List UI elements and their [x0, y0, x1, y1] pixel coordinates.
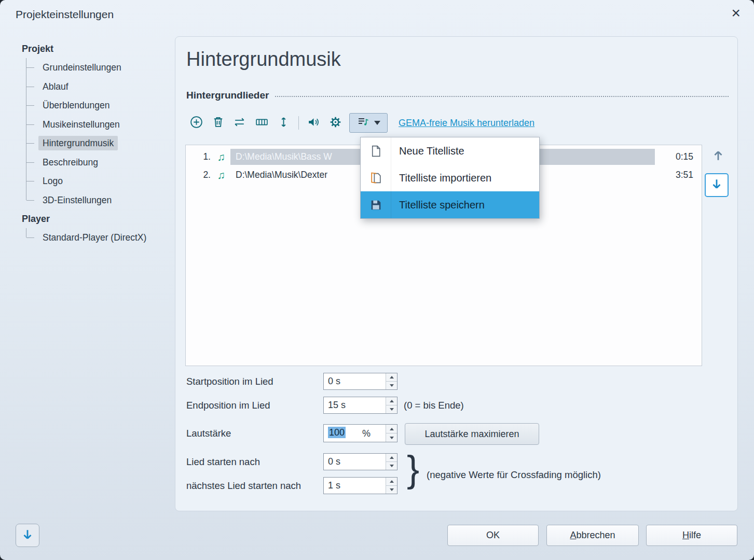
- sidebar-item-3d-einstellungen[interactable]: 3D-Einstellungen: [26, 191, 175, 210]
- lied-starten-label: Lied starten nach: [186, 456, 323, 468]
- gear-icon: [328, 115, 342, 131]
- volume-unit: %: [362, 428, 371, 439]
- nav-section-player: Player: [22, 209, 175, 228]
- help-button[interactable]: Hilfe: [646, 525, 737, 546]
- naechstes-lied-stepper[interactable]: 1 s: [323, 477, 397, 494]
- song-duration: 0:15: [661, 151, 693, 162]
- form-row-lautstaerke: Lautstärke 100 %: [186, 424, 397, 442]
- project-settings-dialog: Projekteinstellungen × Projekt Grundeins…: [0, 0, 754, 560]
- spin-up-button[interactable]: [386, 454, 397, 462]
- keyboard-icon: [255, 115, 269, 131]
- settings-button[interactable]: [326, 114, 345, 132]
- spin-down-button[interactable]: [386, 462, 397, 470]
- settings-nav: Projekt Grundeinstellungen Ablauf Überbl…: [22, 39, 175, 247]
- lied-starten-stepper[interactable]: 0 s: [323, 453, 397, 470]
- trash-icon: [211, 115, 225, 131]
- menu-item-titelliste-speichern[interactable]: Titelliste speichern: [361, 191, 539, 218]
- titlelist-dropdown-menu: Neue Titelliste Titelliste importieren T…: [360, 137, 540, 219]
- move-up-button[interactable]: [707, 146, 730, 167]
- main-panel: Hintergrundmusik Hintergrundlieder: [175, 36, 738, 511]
- page-title: Hintergrundmusik: [186, 48, 341, 71]
- spin-down-button[interactable]: [386, 486, 397, 494]
- music-note-icon: ♫: [213, 151, 229, 163]
- cancel-button[interactable]: Abbrechen: [546, 525, 639, 546]
- playlist-toolbar: GEMA-freie Musik herunterladen: [187, 113, 534, 133]
- sidebar-item-grundeinstellungen[interactable]: Grundeinstellungen: [26, 58, 175, 77]
- caret-down-icon: [374, 121, 380, 125]
- spin-down-button[interactable]: [386, 405, 397, 413]
- songs-section-label: Hintergrundlieder: [186, 90, 269, 101]
- endposition-stepper[interactable]: 15 s: [323, 397, 397, 414]
- nav-tree-player: Standard-Player (DirectX): [26, 228, 175, 247]
- sidebar-item-hintergrundmusik[interactable]: Hintergrundmusik: [26, 134, 175, 153]
- spin-up-button[interactable]: [386, 373, 397, 382]
- dialog-title: Projekteinstellungen: [16, 8, 114, 21]
- spin-up-button[interactable]: [386, 478, 397, 486]
- selected-volume-value: 100: [328, 427, 346, 438]
- arrow-down-icon: [21, 528, 34, 543]
- volume-button[interactable]: [305, 114, 323, 132]
- sidebar-item-musikeinstellungen[interactable]: Musikeinstellungen: [26, 115, 175, 134]
- spin-down-button[interactable]: [386, 433, 397, 442]
- add-icon: [189, 115, 203, 131]
- dotted-divider: [275, 96, 729, 97]
- spin-up-button[interactable]: [386, 397, 397, 405]
- form-row-naechstes-lied: nächstes Lied starten nach 1 s: [186, 477, 397, 494]
- keyboard-button[interactable]: [253, 114, 271, 132]
- nav-section-projekt: Projekt: [22, 39, 175, 58]
- import-file-icon: [361, 164, 391, 191]
- songs-section-header: Hintergrundlieder: [186, 90, 729, 101]
- sidebar-item-ueberblendungen[interactable]: Überblendungen: [26, 96, 175, 115]
- crossfade-note: (negative Werte für Crossfading möglich): [427, 469, 601, 481]
- close-icon[interactable]: ×: [731, 5, 741, 21]
- menu-item-neue-titelliste[interactable]: Neue Titelliste: [361, 137, 539, 164]
- crossfade-brace: }: [407, 449, 419, 489]
- playlist-menu-icon: [357, 115, 370, 131]
- resize-vertical-button[interactable]: [275, 114, 293, 132]
- toolbar-divider: [298, 116, 299, 130]
- save-file-icon: [361, 191, 391, 218]
- lautstaerke-label: Lautstärke: [186, 428, 323, 439]
- music-note-icon: ♫: [213, 169, 229, 181]
- bis-ende-note: (0 = bis Ende): [404, 400, 464, 411]
- volume-icon: [307, 115, 321, 131]
- swap-icon: [233, 115, 247, 131]
- row-index: 2.: [186, 170, 211, 180]
- form-row-lied-starten: Lied starten nach 0 s: [186, 453, 397, 470]
- collapse-dialog-button[interactable]: [16, 524, 39, 547]
- startposition-stepper[interactable]: 0 s: [323, 373, 397, 390]
- ok-button[interactable]: OK: [447, 525, 539, 546]
- form-row-startposition: Startposition im Lied 0 s: [186, 373, 397, 390]
- nav-tree-projekt: Grundeinstellungen Ablauf Überblendungen…: [26, 58, 175, 209]
- sidebar-item-ablauf[interactable]: Ablauf: [26, 77, 175, 96]
- add-song-button[interactable]: [187, 114, 205, 132]
- move-down-button[interactable]: [705, 173, 729, 197]
- naechstes-lied-label: nächstes Lied starten nach: [186, 480, 323, 492]
- sidebar-item-logo[interactable]: Logo: [26, 172, 175, 191]
- arrow-up-icon: [711, 149, 725, 164]
- titlelist-dropdown-button[interactable]: [349, 113, 388, 133]
- sidebar-item-beschreibung[interactable]: Beschreibung: [26, 153, 175, 172]
- song-duration: 3:51: [661, 170, 693, 180]
- swap-songs-button[interactable]: [231, 114, 249, 132]
- endposition-label: Endposition im Lied: [186, 400, 323, 411]
- spin-down-button[interactable]: [386, 382, 397, 389]
- row-index: 1.: [186, 151, 211, 162]
- spin-up-button[interactable]: [386, 425, 397, 433]
- new-file-icon: [361, 137, 391, 164]
- startposition-label: Startposition im Lied: [186, 376, 323, 387]
- gema-music-link[interactable]: GEMA-freie Musik herunterladen: [399, 118, 534, 129]
- lautstaerke-stepper[interactable]: 100 %: [323, 424, 397, 442]
- maximize-volume-button[interactable]: Lautstärke maximieren: [405, 423, 539, 445]
- menu-item-titelliste-importieren[interactable]: Titelliste importieren: [361, 164, 539, 191]
- vertical-resize-icon: [277, 115, 291, 131]
- arrow-down-icon: [710, 177, 723, 193]
- form-row-endposition: Endposition im Lied 15 s (0 = bis Ende): [186, 397, 464, 414]
- sidebar-item-standard-player[interactable]: Standard-Player (DirectX): [26, 228, 175, 247]
- delete-song-button[interactable]: [209, 114, 227, 132]
